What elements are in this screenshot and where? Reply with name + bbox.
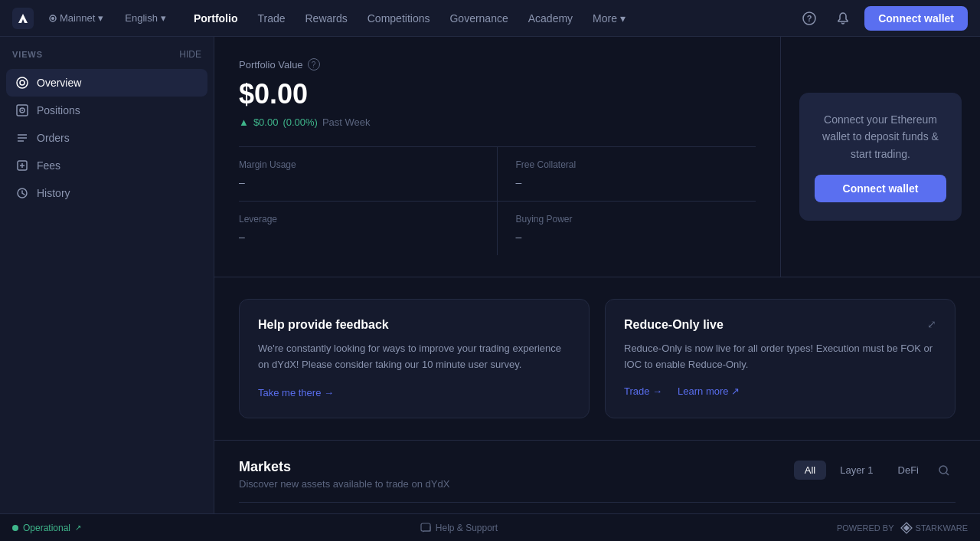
sidebar: VIEWS HIDE Overview Positions: [0, 37, 214, 513]
feedback-card: Help provide feedback We're constantly l…: [239, 299, 590, 418]
portfolio-change-amount: $0.00: [253, 116, 279, 128]
sidebar-history-label: History: [37, 187, 70, 199]
operational-dot: [12, 525, 18, 531]
metric-leverage-label: Leverage: [239, 214, 479, 225]
sidebar-hide-button[interactable]: HIDE: [179, 49, 201, 60]
expand-icon[interactable]: ⤢: [927, 318, 936, 330]
feedback-card-desc: We're constantly looking for ways to imp…: [258, 341, 570, 373]
operational-status[interactable]: Operational ↗: [12, 523, 81, 533]
sidebar-orders-label: Orders: [37, 132, 70, 144]
bottom-bar: Operational ↗ Help & Support POWERED BY …: [0, 513, 980, 541]
filter-all-button[interactable]: All: [794, 461, 826, 480]
markets-filters: All Layer 1 DeFi: [794, 459, 956, 482]
reduce-only-links: Trade → Learn more ↗: [624, 385, 936, 397]
portfolio-top-section: Portfolio Value ? $0.00 ▲ $0.00 (0.00%) …: [214, 37, 980, 277]
language-chevron: ▾: [161, 12, 166, 24]
metric-free-collateral-value: –: [516, 176, 756, 189]
help-support-button[interactable]: Help & Support: [420, 523, 498, 533]
markets-table-header: Trading Volume Open Interest Trades: [239, 502, 956, 513]
nav-portfolio[interactable]: Portfolio: [185, 8, 247, 29]
language-selector[interactable]: English ▾: [119, 9, 172, 27]
help-icon-button[interactable]: ?: [797, 6, 822, 31]
network-chevron: ▾: [98, 12, 103, 24]
notifications-icon-button[interactable]: [831, 6, 855, 31]
svg-line-18: [946, 473, 949, 475]
sidebar-overview-label: Overview: [37, 77, 81, 89]
metric-buying-power: Buying Power –: [498, 201, 756, 255]
history-icon: [15, 186, 29, 200]
markets-search-button[interactable]: [933, 459, 956, 482]
svg-point-17: [939, 466, 947, 474]
main-layout: VIEWS HIDE Overview Positions: [0, 37, 980, 513]
portfolio-metrics: Margin Usage – Free Collateral – Leverag…: [239, 146, 756, 255]
metric-buying-power-label: Buying Power: [516, 214, 756, 225]
nav-more[interactable]: More ▾: [583, 8, 635, 29]
help-support-label: Help & Support: [436, 523, 498, 533]
reduce-only-card-title: Reduce-Only live: [624, 318, 724, 332]
svg-point-9: [21, 110, 23, 111]
sidebar-item-history[interactable]: History: [6, 179, 207, 207]
reduce-only-card-desc: Reduce-Only is now live for all order ty…: [624, 341, 936, 373]
reduce-only-card: Reduce-Only live ⤢ Reduce-Only is now li…: [605, 299, 956, 418]
overview-icon: [15, 76, 29, 90]
nav-rewards[interactable]: Rewards: [296, 8, 357, 29]
nav-links: Portfolio Trade Rewards Competitions Gov…: [185, 8, 794, 29]
sidebar-item-fees[interactable]: Fees: [6, 152, 207, 179]
network-label: Mainnet: [60, 12, 95, 24]
metric-margin-usage-value: –: [239, 176, 479, 189]
portfolio-left: Portfolio Value ? $0.00 ▲ $0.00 (0.00%) …: [214, 37, 781, 277]
connect-wallet-button[interactable]: Connect wallet: [864, 6, 968, 31]
portfolio-info-icon[interactable]: ?: [308, 58, 320, 70]
sidebar-header: VIEWS HIDE: [6, 46, 207, 69]
sidebar-item-orders[interactable]: Orders: [6, 124, 207, 152]
svg-marker-22: [903, 525, 910, 531]
powered-label: POWERED BY: [837, 523, 894, 533]
filter-defi-button[interactable]: DeFi: [887, 461, 929, 480]
connect-wallet-card: Connect your Ethereum wallet to deposit …: [799, 93, 962, 221]
sidebar-item-positions[interactable]: Positions: [6, 97, 207, 124]
reduce-only-learn-link[interactable]: Learn more ↗: [678, 385, 740, 397]
markets-header: Markets Discover new assets available to…: [239, 459, 956, 490]
starkware-logo: STARKWARE: [900, 522, 968, 534]
main-content: Portfolio Value ? $0.00 ▲ $0.00 (0.00%) …: [214, 37, 980, 513]
connect-card-button[interactable]: Connect wallet: [815, 175, 946, 202]
portfolio-right: Connect your Ethereum wallet to deposit …: [781, 37, 980, 277]
logo[interactable]: [12, 8, 34, 29]
metric-leverage: Leverage –: [239, 201, 498, 255]
portfolio-amount: $0.00: [239, 78, 756, 110]
markets-title: Markets: [239, 459, 449, 475]
sidebar-positions-label: Positions: [37, 104, 80, 116]
feedback-card-link[interactable]: Take me there →: [258, 387, 334, 398]
chat-icon: [420, 523, 431, 533]
sidebar-item-overview[interactable]: Overview: [6, 69, 207, 97]
fees-icon: [15, 159, 29, 172]
nav-trade[interactable]: Trade: [248, 8, 294, 29]
portfolio-value-label: Portfolio Value ?: [239, 58, 756, 70]
language-label: English: [125, 12, 158, 24]
nav-competitions[interactable]: Competitions: [358, 8, 439, 29]
filter-layer1-button[interactable]: Layer 1: [829, 461, 884, 480]
portfolio-change-percent: (0.00%): [283, 116, 318, 128]
nav-governance[interactable]: Governance: [440, 8, 517, 29]
portfolio-change: ▲ $0.00 (0.00%) Past Week: [239, 116, 756, 128]
powered-by: POWERED BY STARKWARE: [837, 522, 968, 534]
nav-academy[interactable]: Academy: [519, 8, 582, 29]
sidebar-views-label: VIEWS: [12, 50, 43, 59]
markets-title-area: Markets Discover new assets available to…: [239, 459, 449, 490]
feedback-card-title: Help provide feedback: [258, 318, 570, 332]
reduce-only-trade-link[interactable]: Trade →: [624, 385, 662, 397]
operational-link-icon: ↗: [75, 523, 81, 532]
sidebar-fees-label: Fees: [37, 159, 60, 172]
cards-section: Help provide feedback We're constantly l…: [214, 277, 980, 441]
metric-leverage-value: –: [239, 231, 479, 243]
positions-icon: [15, 103, 29, 117]
orders-icon: [15, 131, 29, 145]
metric-buying-power-value: –: [516, 231, 756, 243]
markets-subtitle: Discover new assets available to trade o…: [239, 478, 449, 490]
svg-point-2: [51, 17, 54, 20]
network-selector[interactable]: Mainnet ▾: [43, 9, 109, 27]
metric-margin-usage-label: Margin Usage: [239, 159, 479, 170]
metric-free-collateral: Free Collateral –: [498, 146, 756, 201]
svg-point-19: [12, 525, 18, 531]
svg-point-5: [17, 77, 28, 88]
